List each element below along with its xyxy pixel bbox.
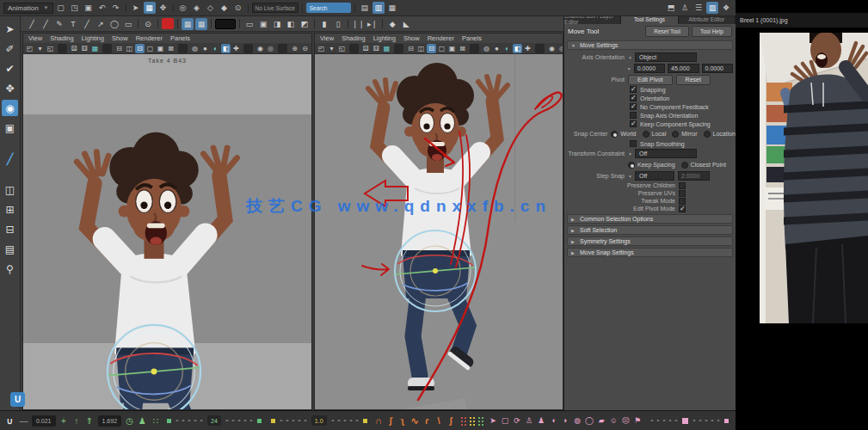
viewport-toolbar-icon[interactable] xyxy=(102,44,112,53)
viewport-menu-item[interactable]: Shading xyxy=(50,34,74,42)
sidebar-toggle-icon[interactable]: ▥ xyxy=(706,2,718,14)
status-icon[interactable]: ✥ xyxy=(157,2,169,14)
viewport-toolbar-icon[interactable]: ⚄ xyxy=(70,44,79,53)
status-icon[interactable] xyxy=(354,3,355,13)
status-icon[interactable]: ▥ xyxy=(372,2,385,14)
shelf-icon[interactable] xyxy=(239,19,240,28)
anim-tool-icon[interactable]: ➤ xyxy=(488,414,499,427)
status-icon[interactable] xyxy=(248,3,249,13)
viewport-toolbar-icon[interactable] xyxy=(243,44,253,53)
shelf-icon[interactable]: ✎ xyxy=(53,18,65,30)
pivot-button[interactable]: Reset xyxy=(676,75,711,85)
checkbox[interactable] xyxy=(679,206,686,212)
anim-tool-icon[interactable]: ◯ xyxy=(584,414,595,427)
sidebar-toggle-icon[interactable]: ⬒ xyxy=(665,2,677,14)
shelf-icon[interactable]: ◨ xyxy=(271,18,283,30)
viewport-toolbar-icon[interactable]: ⊖ xyxy=(300,44,310,53)
mode-icon[interactable]: ♟ xyxy=(137,414,148,427)
status-icon[interactable]: ▦ xyxy=(386,2,398,14)
anim-tool-icon[interactable]: ♟ xyxy=(536,414,547,427)
curve-preset-icon[interactable]: \ xyxy=(434,414,445,427)
pivot-button[interactable]: Edit Pivot xyxy=(628,75,673,85)
viewport-toolbar-icon[interactable]: ▣ xyxy=(156,44,165,53)
reset-tool-button[interactable]: Reset Tool xyxy=(645,26,689,37)
curve-preset-icon[interactable]: ∩ xyxy=(373,414,385,427)
toolbox-icon[interactable]: ▤ xyxy=(2,241,18,257)
viewport-menu-item[interactable]: Renderer xyxy=(428,34,454,42)
viewport-menu-item[interactable]: Show xyxy=(403,34,420,42)
viewport-toolbar-icon[interactable]: ⊠ xyxy=(166,44,175,53)
sidebar-toggle-icon[interactable]: ♙ xyxy=(679,2,691,14)
status-icon[interactable]: No Live Surface xyxy=(252,3,299,13)
status-icon[interactable]: ▢ xyxy=(55,2,67,14)
viewport-left-canvas[interactable]: Take 4 B43 xyxy=(23,54,311,409)
shelf-icon[interactable]: ╱ xyxy=(40,18,52,30)
viewport-menu-item[interactable]: Shading xyxy=(342,34,366,42)
toolbox-icon[interactable]: ➤ xyxy=(2,21,18,37)
shelf-icon[interactable]: ▸❘ xyxy=(366,18,379,30)
keyframe-column-icon[interactable] xyxy=(460,416,467,426)
collapsed-section-header[interactable]: Symmetry Settings xyxy=(567,236,733,246)
viewport-toolbar-icon[interactable]: ◎ xyxy=(266,44,275,53)
axis-orientation-select[interactable]: Object xyxy=(635,52,697,62)
status-icon[interactable]: ▦ xyxy=(144,2,156,14)
shelf-icon[interactable] xyxy=(215,19,236,29)
toolbox-icon[interactable]: ✥ xyxy=(2,80,18,96)
sidebar-toggle-icon[interactable]: ☰ xyxy=(693,2,705,14)
toolbox-icon[interactable] xyxy=(2,139,18,147)
animbot-logo-icon[interactable]: ∪ xyxy=(4,414,15,427)
checkbox[interactable] xyxy=(679,198,686,205)
slider-handle[interactable] xyxy=(682,418,688,424)
viewport-toolbar-icon[interactable]: ⊡ xyxy=(135,44,145,53)
status-icon[interactable] xyxy=(126,3,126,13)
move-settings-section[interactable]: Move Settings xyxy=(567,40,733,50)
checkbox[interactable] xyxy=(630,112,637,119)
toolbox-icon[interactable] xyxy=(2,170,18,178)
step-snap-size-field[interactable]: 2.0000 xyxy=(678,171,710,181)
shelf-icon[interactable] xyxy=(211,19,212,28)
status-icon[interactable]: Search xyxy=(306,3,351,13)
curve-preset-icon[interactable]: ʃ xyxy=(385,414,397,427)
sidebar-toggle-icon[interactable]: ❖ xyxy=(720,2,732,14)
anim-tool-icon[interactable]: ▢ xyxy=(500,414,511,427)
mode-icon[interactable]: ∷ xyxy=(150,414,161,427)
checkbox[interactable] xyxy=(679,190,686,197)
viewport-toolbar-icon[interactable]: ⚅ xyxy=(80,44,89,53)
viewport-menu-item[interactable]: Show xyxy=(112,34,128,42)
shelf-icon[interactable] xyxy=(348,19,348,28)
status-icon[interactable]: ▤ xyxy=(359,2,371,14)
collapsed-section-header[interactable]: Soft Selection xyxy=(567,225,733,235)
shelf-icon[interactable]: ◯ xyxy=(108,18,120,30)
shelf-icon[interactable] xyxy=(382,19,383,28)
mode-icon[interactable]: ◷ xyxy=(124,414,135,427)
animbot-badge[interactable]: U xyxy=(10,392,25,407)
viewport-toolbar-icon[interactable] xyxy=(278,44,287,53)
viewport-toolbar-icon[interactable]: ◎ xyxy=(557,44,563,53)
toolbox-icon[interactable]: ◉ xyxy=(2,100,18,116)
viewport-toolbar-icon[interactable]: ◰ xyxy=(25,44,34,53)
anim-tool-icon[interactable]: ▰ xyxy=(596,414,607,427)
shelf-icon[interactable]: ╱ xyxy=(81,18,93,30)
add-key-icon[interactable]: + xyxy=(58,414,70,427)
shelf-icon[interactable]: ▭ xyxy=(122,18,134,30)
shelf-icon[interactable] xyxy=(314,19,315,28)
viewport-toolbar-icon[interactable]: ▾ xyxy=(35,44,45,53)
menu-set-selector[interactable]: Animation ▼ xyxy=(3,3,53,14)
shelf-icon[interactable]: ◆ xyxy=(386,18,398,30)
anim-tool-icon[interactable]: ☹ xyxy=(620,414,631,427)
curve-preset-icon[interactable]: ∿ xyxy=(409,414,421,427)
checkbox[interactable] xyxy=(630,103,637,110)
shelf-icon[interactable]: ◣ xyxy=(400,18,412,30)
shelf-icon[interactable]: ▮ xyxy=(318,18,330,30)
toolbox-icon[interactable]: ⊟ xyxy=(2,221,18,237)
viewport-menu-item[interactable]: Panels xyxy=(462,34,482,42)
shelf-icon[interactable]: ◧ xyxy=(285,18,297,30)
viewport-toolbar-icon[interactable]: ◍ xyxy=(190,44,200,53)
shelf-icon[interactable]: ▯ xyxy=(332,18,344,30)
viewport-center-canvas[interactable] xyxy=(315,54,563,409)
viewport-toolbar-icon[interactable]: ▦ xyxy=(90,44,100,53)
status-icon[interactable] xyxy=(302,3,303,13)
viewport-toolbar-icon[interactable]: ◫ xyxy=(125,44,134,53)
toolbox-icon[interactable]: ✔ xyxy=(2,60,18,77)
shelf-icon[interactable] xyxy=(157,19,158,28)
